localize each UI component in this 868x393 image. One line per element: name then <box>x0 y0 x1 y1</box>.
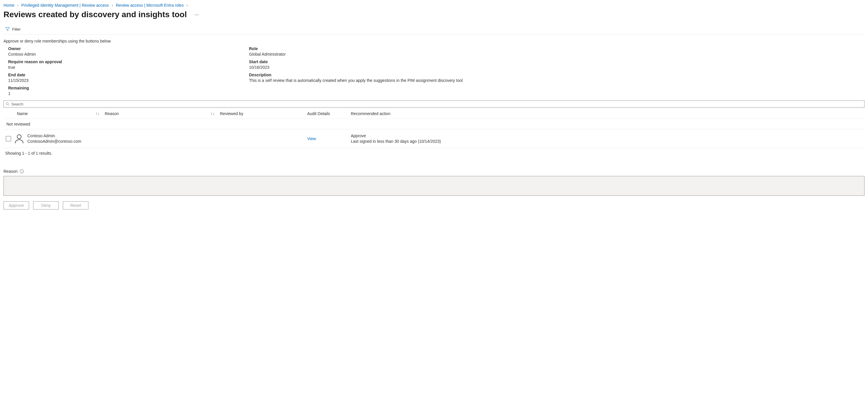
search-icon <box>5 102 9 106</box>
filter-label: Filter <box>12 27 21 31</box>
owner-label: Owner <box>8 46 247 51</box>
start-date-value: 10/16/2023 <box>249 64 865 69</box>
breadcrumb-item-pim-review-access[interactable]: Privileged Identity Management | Review … <box>21 3 109 7</box>
require-reason-label: Require reason on approval <box>8 59 247 64</box>
person-icon <box>14 134 25 144</box>
column-header-name[interactable]: Name ↑↓ <box>3 111 105 116</box>
svg-line-1 <box>8 105 9 106</box>
search-input[interactable] <box>11 102 863 107</box>
chevron-right-icon: › <box>17 3 18 7</box>
role-label: Role <box>249 46 865 51</box>
search-box[interactable] <box>3 101 865 108</box>
column-header-recommended-action-label: Recommended action <box>351 111 391 116</box>
column-header-reason[interactable]: Reason ↑↓ <box>105 111 220 116</box>
column-header-audit-details[interactable]: Audit Details <box>307 111 351 116</box>
column-header-recommended-action[interactable]: Recommended action <box>351 111 584 116</box>
column-header-name-label: Name <box>17 111 28 116</box>
row-checkbox[interactable] <box>6 136 11 141</box>
end-date-label: End date <box>8 73 247 77</box>
breadcrumb: Home › Privileged Identity Management | … <box>3 0 865 9</box>
audit-view-link[interactable]: View <box>307 136 316 141</box>
sort-icon: ↑↓ <box>95 111 99 116</box>
reset-button[interactable]: Reset <box>63 201 88 209</box>
description-value: This is a self review that is automatica… <box>249 77 865 83</box>
info-icon[interactable]: i <box>20 169 24 173</box>
details-grid: Owner Contoso Admin Role Global Administ… <box>3 46 865 101</box>
require-reason-value: true <box>8 64 247 69</box>
remaining-label: Remaining <box>8 86 247 90</box>
command-bar: Filter <box>3 25 865 35</box>
page-title: Reviews created by discovery and insight… <box>3 10 187 19</box>
role-value: Global Administrator <box>249 51 865 57</box>
svg-point-0 <box>6 103 8 105</box>
reason-label: Reason <box>3 169 18 174</box>
filter-icon <box>5 27 10 31</box>
table-group-not-reviewed: Not reviewed <box>3 119 865 129</box>
breadcrumb-item-review-access-entra[interactable]: Review access | Microsoft Entra roles <box>116 3 184 7</box>
instruction-text: Approve or deny role memberships using t… <box>3 35 865 46</box>
recommended-action: Approve <box>351 133 584 138</box>
column-header-reviewed-by-label: Reviewed by <box>220 111 243 116</box>
chevron-right-icon: › <box>186 3 188 7</box>
remaining-value: 1 <box>8 90 247 96</box>
column-header-reason-label: Reason <box>105 111 119 116</box>
results-table: Name ↑↓ Reason ↑↓ Reviewed by Audit Deta… <box>3 108 865 148</box>
row-upn: ContosoAdmin@contoso.com <box>27 139 81 144</box>
svg-point-2 <box>17 135 21 139</box>
chevron-right-icon: › <box>112 3 113 7</box>
filter-button[interactable]: Filter <box>5 27 21 31</box>
row-display-name: Contoso Admin <box>27 133 81 138</box>
reason-input[interactable] <box>3 176 865 196</box>
description-label: Description <box>249 73 865 77</box>
breadcrumb-item-home[interactable]: Home <box>3 3 14 7</box>
sort-icon: ↑↓ <box>211 111 215 116</box>
start-date-label: Start date <box>249 59 865 64</box>
more-actions-button[interactable]: ⋯ <box>194 12 199 18</box>
table-row: Contoso Admin ContosoAdmin@contoso.com V… <box>3 129 865 148</box>
recommended-detail: Last signed in less than 30 days ago (10… <box>351 139 584 144</box>
owner-value: Contoso Admin <box>8 51 247 57</box>
column-header-audit-details-label: Audit Details <box>307 111 330 116</box>
results-count: Showing 1 - 1 of 1 results. <box>3 148 865 156</box>
table-header-row: Name ↑↓ Reason ↑↓ Reviewed by Audit Deta… <box>3 108 865 119</box>
column-header-reviewed-by[interactable]: Reviewed by <box>220 111 307 116</box>
end-date-value: 11/15/2023 <box>8 77 247 83</box>
approve-button[interactable]: Approve <box>3 201 29 209</box>
deny-button[interactable]: Deny <box>33 201 59 209</box>
